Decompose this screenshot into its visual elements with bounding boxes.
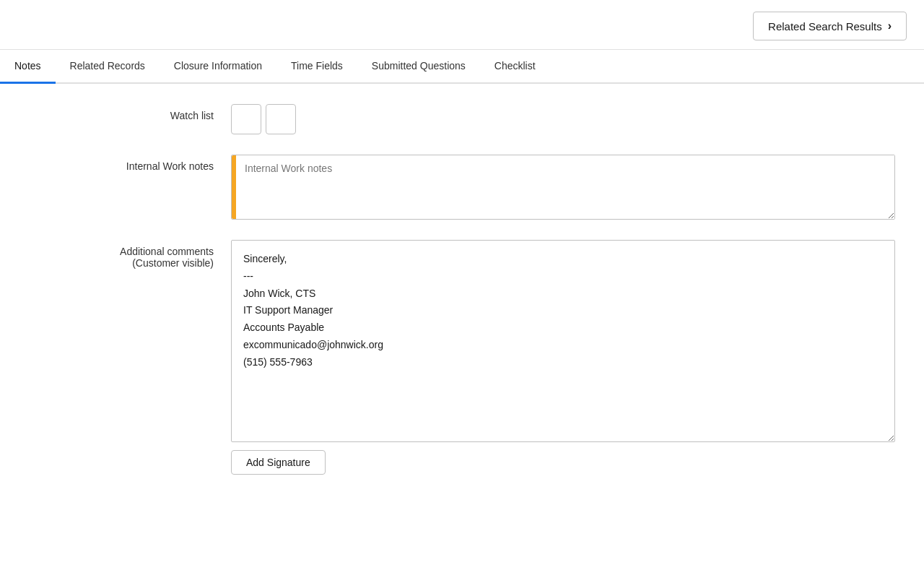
additional-comments-control: Sincerely, --- John Wick, CTS IT Support… (231, 240, 895, 475)
lock-button[interactable] (231, 104, 261, 134)
additional-comments-input[interactable]: Sincerely, --- John Wick, CTS IT Support… (231, 240, 895, 442)
internal-work-notes-input[interactable] (236, 155, 894, 219)
tabs-container: Notes Related Records Closure Informatio… (0, 50, 924, 84)
watchlist-row: Watch list (29, 104, 895, 134)
tab-related-records[interactable]: Related Records (56, 50, 160, 84)
additional-comments-row: Additional comments(Customer visible) Si… (29, 240, 895, 475)
tab-time-fields[interactable]: Time Fields (276, 50, 357, 84)
related-search-button[interactable]: Related Search Results › (753, 12, 907, 40)
add-person-button[interactable] (266, 104, 296, 134)
chevron-right-icon: › (888, 20, 892, 33)
tab-notes[interactable]: Notes (0, 50, 56, 84)
watchlist-label: Watch list (29, 104, 231, 121)
tab-closure-information[interactable]: Closure Information (160, 50, 276, 84)
internal-work-notes-row: Internal Work notes (29, 155, 895, 220)
internal-work-notes-control (231, 155, 895, 220)
notes-tab-content: Watch list (0, 84, 924, 515)
watchlist-buttons (231, 104, 895, 134)
internal-work-notes-label: Internal Work notes (29, 155, 231, 172)
related-search-label: Related Search Results (768, 20, 882, 33)
add-signature-button[interactable]: Add Signature (231, 450, 326, 475)
internal-work-notes-wrapper (231, 155, 895, 220)
additional-comments-label: Additional comments(Customer visible) (29, 240, 231, 269)
tab-submitted-questions[interactable]: Submitted Questions (357, 50, 480, 84)
top-bar: Related Search Results › (0, 0, 924, 50)
tab-checklist[interactable]: Checklist (480, 50, 550, 84)
